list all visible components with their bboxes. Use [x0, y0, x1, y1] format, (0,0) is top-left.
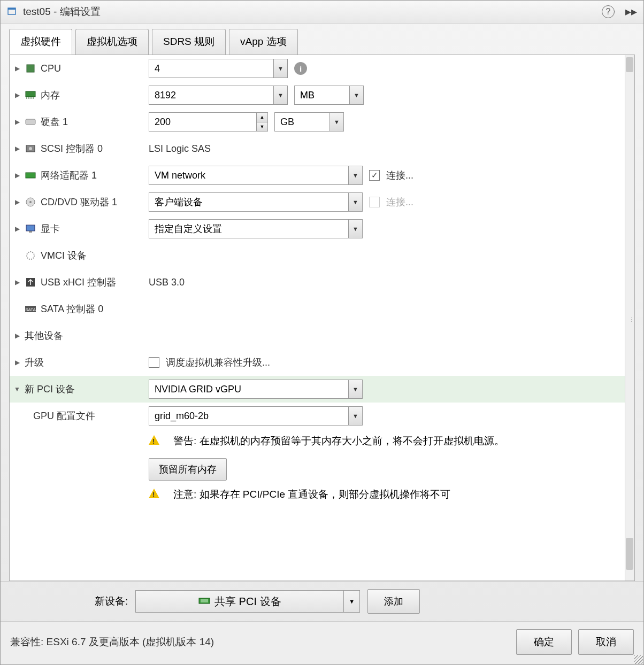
expand-cddvd-icon[interactable]: ▶ — [14, 198, 20, 206]
video-label: 显卡 — [41, 222, 60, 235]
row-reserve-memory: 预留所有内存 — [10, 456, 634, 483]
cddvd-icon — [25, 196, 36, 208]
dropdown-icon[interactable]: ▼ — [273, 86, 287, 104]
expand-network-icon[interactable]: ▶ — [14, 172, 20, 179]
dropdown-icon[interactable]: ▼ — [348, 380, 362, 398]
gpu-profile-label: GPU 配置文件 — [33, 409, 95, 422]
svg-rect-14 — [26, 225, 35, 231]
vmci-icon — [25, 250, 36, 261]
expand-video-icon[interactable]: ▶ — [14, 225, 20, 233]
usb-icon — [25, 276, 36, 288]
expand-scsi-icon[interactable]: ▶ — [14, 145, 20, 152]
row-scsi: ▶ SCSI 控制器 0 LSI Logic SAS — [10, 135, 634, 162]
other-label: 其他设备 — [25, 329, 63, 342]
tab-sdrs-rules[interactable]: SDRS 规则 — [152, 29, 226, 55]
network-icon — [25, 169, 36, 181]
warning-memory-text: 警告: 在虚拟机的内存预留等于其内存大小之前，将不会打开虚拟机电源。 — [166, 434, 504, 449]
row-usb: ▶ USB xHCI 控制器 USB 3.0 — [10, 269, 634, 296]
pci-type-select[interactable]: NVIDIA GRID vGPU ▼ — [149, 380, 363, 399]
resize-grip-icon[interactable] — [634, 655, 643, 664]
svg-rect-21 — [201, 599, 208, 602]
svg-rect-11 — [26, 173, 35, 178]
upgrade-checkbox-label: 调度虚拟机兼容性升级... — [166, 356, 270, 369]
spinner-up-icon[interactable]: ▲ — [257, 113, 267, 122]
ok-button[interactable]: 确定 — [516, 629, 572, 655]
hardware-list: ▶ CPU 4 ▼ i ▶ 内存 — [10, 55, 634, 581]
video-select[interactable]: 指定自定义设置 ▼ — [149, 219, 363, 238]
spinner-down-icon[interactable]: ▼ — [257, 122, 267, 132]
dropdown-icon[interactable]: ▼ — [348, 220, 362, 238]
collapse-pci-icon[interactable]: ▼ — [14, 385, 20, 393]
tab-vapp-options[interactable]: vApp 选项 — [229, 29, 298, 55]
expand-cpu-icon[interactable]: ▶ — [14, 65, 20, 72]
add-device-button[interactable]: 添加 — [367, 589, 420, 614]
expand-usb-icon[interactable]: ▶ — [14, 279, 20, 286]
upgrade-checkbox[interactable] — [149, 357, 159, 368]
resize-handle-icon[interactable]: ⋮⋮ — [629, 318, 634, 329]
expand-upgrade-icon[interactable]: ▶ — [14, 359, 20, 366]
disk-size-input[interactable] — [149, 113, 256, 131]
content-panel: ▶ CPU 4 ▼ i ▶ 内存 — [9, 55, 635, 581]
pci-card-icon — [198, 596, 210, 607]
expand-disk-icon[interactable]: ▶ — [14, 118, 20, 126]
svg-point-13 — [29, 201, 32, 203]
new-device-value: 共享 PCI 设备 — [214, 594, 281, 609]
memory-unit-select[interactable]: MB ▼ — [294, 86, 364, 105]
svg-point-16 — [27, 252, 34, 259]
scsi-label: SCSI 控制器 0 — [41, 142, 103, 155]
svg-rect-8 — [26, 119, 35, 125]
scrollbar-thumb[interactable] — [626, 538, 633, 570]
svg-rect-15 — [29, 231, 32, 233]
row-warning-pci: 注意: 如果存在 PCI/PCIe 直通设备，则部分虚拟机操作将不可 — [10, 483, 634, 509]
video-icon — [25, 223, 36, 235]
gpu-profile-select[interactable]: grid_m60-2b ▼ — [149, 406, 363, 426]
expand-memory-icon[interactable]: ▶ — [14, 91, 20, 99]
dropdown-icon[interactable]: ▼ — [349, 86, 363, 104]
reserve-memory-button[interactable]: 预留所有内存 — [149, 458, 227, 481]
memory-value-select[interactable]: 8192 ▼ — [149, 86, 288, 105]
svg-text:SATA: SATA — [25, 307, 36, 312]
scrollbar-thumb-top[interactable] — [626, 57, 633, 72]
new-device-select[interactable]: 共享 PCI 设备 ▼ — [135, 590, 360, 613]
vm-icon — [7, 6, 18, 17]
network-label: 网络适配器 1 — [41, 169, 97, 182]
scsi-icon — [25, 143, 36, 154]
row-video: ▶ 显卡 指定自定义设置 ▼ — [10, 215, 634, 242]
network-connect-label: 连接... — [386, 169, 413, 182]
tab-bar: 虚拟硬件 虚拟机选项 SDRS 规则 vApp 选项 — [1, 24, 643, 55]
row-sata: ▶ SATA SATA 控制器 0 — [10, 296, 634, 322]
row-network: ▶ 网络适配器 1 VM network ▼ ✓ 连接... — [10, 162, 634, 189]
expand-other-icon[interactable]: ▶ — [14, 332, 20, 339]
row-cddvd: ▶ CD/DVD 驱动器 1 客户端设备 ▼ 连接... — [10, 189, 634, 215]
sata-icon: SATA — [25, 303, 36, 315]
help-icon[interactable]: ? — [602, 5, 615, 18]
dialog-title: test05 - 编辑设置 — [23, 5, 101, 19]
warning-icon — [149, 489, 159, 498]
tab-vm-options[interactable]: 虚拟机选项 — [75, 29, 149, 55]
cddvd-select[interactable]: 客户端设备 ▼ — [149, 192, 363, 212]
dropdown-icon[interactable]: ▼ — [348, 166, 362, 184]
cancel-button[interactable]: 取消 — [578, 629, 634, 655]
disk-size-spinner[interactable]: ▲▼ — [149, 112, 268, 132]
disk-icon — [25, 116, 36, 128]
disk-unit-select[interactable]: GB ▼ — [274, 112, 344, 132]
tab-virtual-hardware[interactable]: 虚拟硬件 — [9, 29, 72, 55]
sata-label: SATA 控制器 0 — [41, 303, 103, 315]
dropdown-icon[interactable]: ▼ — [348, 193, 362, 211]
row-gpu-profile: ▶ GPU 配置文件 grid_m60-2b ▼ — [10, 403, 634, 429]
new-device-footer: 新设备: 共享 PCI 设备 ▼ 添加 — [1, 581, 643, 621]
disk-label: 硬盘 1 — [41, 115, 68, 128]
dropdown-icon[interactable]: ▼ — [329, 113, 343, 131]
info-icon[interactable]: i — [294, 62, 307, 75]
expand-arrows-icon[interactable]: ▸▸ — [625, 5, 637, 19]
titlebar: test05 - 编辑设置 ? ▸▸ — [1, 1, 643, 24]
dropdown-icon[interactable]: ▼ — [273, 59, 287, 78]
network-connect-checkbox[interactable]: ✓ — [369, 170, 380, 181]
dropdown-icon[interactable]: ▼ — [343, 591, 359, 612]
dropdown-icon[interactable]: ▼ — [348, 407, 362, 425]
warning-pci-text: 注意: 如果存在 PCI/PCIe 直通设备，则部分虚拟机操作将不可 — [166, 487, 450, 502]
pci-label: 新 PCI 设备 — [25, 383, 75, 396]
cddvd-connect-checkbox — [369, 197, 380, 207]
network-select[interactable]: VM network ▼ — [149, 166, 363, 185]
cpu-count-select[interactable]: 4 ▼ — [149, 59, 288, 78]
